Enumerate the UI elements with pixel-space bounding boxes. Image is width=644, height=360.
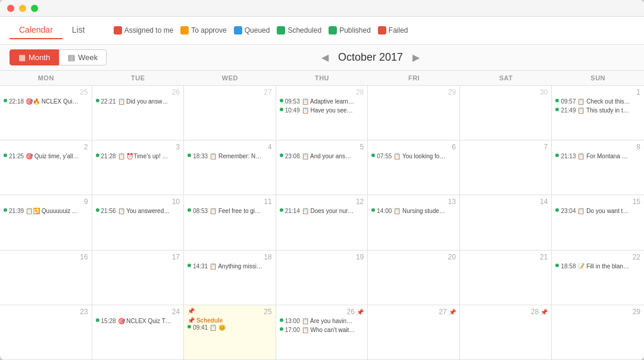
cal-cell-oct17[interactable]: 17: [92, 251, 185, 305]
cal-cell-oct8[interactable]: 8 21:13 📋 For Montana Brown, sh...: [552, 140, 644, 195]
pin-icon: 📌: [449, 309, 456, 315]
day-number: 26 📌: [280, 308, 364, 316]
event[interactable]: 21:39 📋🔁 Quuuuuuiz Time! ...: [4, 207, 88, 215]
event[interactable]: 23:08 📋 And your answer would...: [280, 152, 364, 160]
event-text: 📋 You answered "C" to thi...: [118, 207, 171, 215]
event[interactable]: 21:14 📋 Does your nursing scho...: [280, 207, 364, 215]
event-dot: [555, 99, 559, 102]
cal-cell-oct28[interactable]: 28 📌: [460, 305, 552, 359]
day-number: 25: [4, 88, 88, 96]
cal-cell-oct9[interactable]: 9 21:39 📋🔁 Quuuuuuiz Time! ...: [0, 195, 92, 249]
event-text: 🎯 NCLEX Quiz Time!🎯...: [118, 317, 171, 325]
event-time: 07:55: [377, 152, 392, 160]
event-dot: [96, 99, 99, 102]
cal-cell-oct16[interactable]: 16: [0, 251, 92, 305]
cal-cell-oct21[interactable]: 21: [460, 251, 552, 305]
cal-cell-oct18[interactable]: 18 14:31 📋 Anything missing from t...: [184, 251, 276, 305]
legend-label-assigned: Assigned to me: [124, 26, 174, 35]
view-toggle: ▦ Month ▤ Week: [10, 49, 107, 65]
week-button[interactable]: ▤ Week: [59, 49, 107, 65]
cal-cell-oct23[interactable]: 23: [0, 305, 92, 359]
cal-cell-oct15[interactable]: 15 23:04 📋 Do you want to work at ...: [552, 195, 644, 249]
cal-cell-sep30[interactable]: 30: [460, 86, 552, 140]
cal-cell-oct25[interactable]: 25 📌 📌 Schedule 09:41 📋 😊: [184, 305, 276, 359]
cal-cell-sep29[interactable]: 29: [368, 86, 460, 140]
cal-cell-oct2[interactable]: 2 21:25 🎯 Quiz time, y'all! 🐔 Whic...: [0, 140, 92, 195]
event[interactable]: 14:00 📋 Nursing students are th...: [371, 207, 456, 215]
fullscreen-button[interactable]: [31, 5, 38, 12]
event-dot: [280, 327, 283, 331]
event[interactable]: 08:53 📋 Feel free to give a shout...: [187, 207, 272, 215]
cal-cell-oct26[interactable]: 26 📌 13:00 📋 Are you having the best ye.…: [276, 305, 368, 359]
minimize-button[interactable]: [19, 5, 26, 12]
cal-cell-oct24[interactable]: 24 15:28 🎯 NCLEX Quiz Time!🎯...: [92, 305, 185, 359]
event-dot: [555, 264, 559, 267]
event-dot: [96, 318, 99, 322]
day-number: 9: [4, 198, 88, 206]
event[interactable]: 21:56 📋 You answered "C" to thi...: [96, 207, 180, 215]
event-dot: [280, 208, 283, 212]
cal-cell-sep27[interactable]: 27: [184, 86, 276, 140]
cal-cell-oct29[interactable]: 29: [552, 305, 644, 359]
event[interactable]: 23:04 📋 Do you want to work at ...: [555, 207, 640, 215]
prev-month-button[interactable]: ◀: [321, 52, 329, 63]
legend-dot-published: [329, 26, 337, 35]
event[interactable]: 21:49 📋 This study in the Americ...: [555, 107, 640, 114]
event-text: 📋 And your answer would...: [302, 152, 355, 160]
cal-cell-oct7[interactable]: 7: [460, 140, 552, 195]
event[interactable]: 17:00 📋 Who can't wait to take the...: [280, 326, 364, 334]
day-number: 21: [464, 253, 548, 261]
cal-cell-oct5[interactable]: 5 23:08 📋 And your answer would...: [276, 140, 368, 195]
event-time: 21:14: [285, 207, 300, 215]
month-button[interactable]: ▦ Month: [10, 49, 59, 65]
cal-cell-oct10[interactable]: 10 21:56 📋 You answered "C" to thi...: [92, 195, 185, 249]
cal-cell-sep28[interactable]: 28 09:53 📋 Adaptive learning is a p... 1…: [276, 86, 368, 140]
event[interactable]: 21:25 🎯 Quiz time, y'all! 🐔 Whic...: [4, 152, 88, 160]
event[interactable]: 13:00 📋 Are you having the best ye...: [280, 317, 364, 325]
day-number: 1: [555, 88, 640, 96]
day-number: 28: [280, 88, 364, 96]
calendar-week-5: 23 24 15:28 🎯 NCLEX Quiz Time!🎯... 25 📌: [0, 305, 644, 360]
event[interactable]: 15:28 🎯 NCLEX Quiz Time!🎯...: [96, 317, 180, 325]
cal-cell-oct6[interactable]: 6 07:55 📋 You looking for some n...: [368, 140, 460, 195]
cal-cell-oct19[interactable]: 19: [276, 251, 368, 305]
legend-scheduled: Scheduled: [277, 26, 321, 35]
cal-cell-oct3[interactable]: 3 21:28 📋 ⏰Time's up! ⏰ Did yo...: [92, 140, 185, 195]
event[interactable]: 09:57 📋 Check out this infograp...: [555, 98, 640, 105]
cal-cell-oct4[interactable]: 4 18:33 📋 Remember: Nursing sch...: [184, 140, 276, 195]
event[interactable]: 21:13 📋 For Montana Brown, sh...: [555, 152, 640, 160]
event[interactable]: 18:33 📋 Remember: Nursing sch...: [187, 152, 272, 160]
month-label: Month: [29, 53, 50, 62]
event[interactable]: 10:49 📋 Have you seen this phot...: [280, 107, 364, 114]
cal-cell-oct12[interactable]: 12 21:14 📋 Does your nursing scho...: [276, 195, 368, 249]
tab-calendar[interactable]: Calendar: [10, 21, 62, 39]
day-number: 20: [371, 253, 456, 261]
event[interactable]: 22:18 🎯🔥 NCLEX Quiz Time! ...: [4, 98, 88, 105]
event-dot: [96, 154, 99, 157]
cal-cell-oct1[interactable]: 1 09:57 📋 Check out this infograp... 21:…: [552, 86, 644, 140]
calendar-week-4: 16 17 18 14:31 📋 Anything missing from t…: [0, 251, 644, 305]
next-month-button[interactable]: ▶: [412, 52, 420, 63]
event[interactable]: 09:41 📋 😊: [187, 324, 272, 331]
event[interactable]: 21:28 📋 ⏰Time's up! ⏰ Did yo...: [96, 152, 180, 160]
event[interactable]: 22:21 📋 Did you answer "D" to t...: [96, 98, 180, 105]
event[interactable]: 18:58 📝 Fill in the blank 🦃: [555, 262, 640, 270]
tab-list[interactable]: List: [62, 21, 95, 39]
event-text: 📋 You looking for some n...: [393, 152, 447, 160]
cal-cell-oct11[interactable]: 11 08:53 📋 Feel free to give a shout...: [184, 195, 276, 249]
cal-cell-sep25[interactable]: 25 22:18 🎯🔥 NCLEX Quiz Time! ...: [0, 86, 92, 140]
cal-cell-oct22[interactable]: 22 18:58 📝 Fill in the blank 🦃: [552, 251, 644, 305]
event-time: 13:00: [285, 317, 300, 325]
cal-cell-oct27[interactable]: 27 📌: [368, 305, 460, 359]
event-dot: [371, 154, 375, 157]
cal-cell-oct13[interactable]: 13 14:00 📋 Nursing students are th...: [368, 195, 460, 249]
event[interactable]: 09:53 📋 Adaptive learning is a p...: [280, 98, 364, 105]
cal-cell-oct20[interactable]: 20: [368, 251, 460, 305]
cal-cell-oct14[interactable]: 14: [460, 195, 552, 249]
cal-cell-sep26[interactable]: 26 22:21 📋 Did you answer "D" to t...: [92, 86, 185, 140]
event[interactable]: 07:55 📋 You looking for some n...: [371, 152, 456, 160]
event[interactable]: 14:31 📋 Anything missing from t...: [187, 262, 272, 270]
close-button[interactable]: [7, 5, 14, 12]
event-time: 10:49: [285, 107, 300, 114]
pin-icon: 📌: [540, 309, 548, 315]
